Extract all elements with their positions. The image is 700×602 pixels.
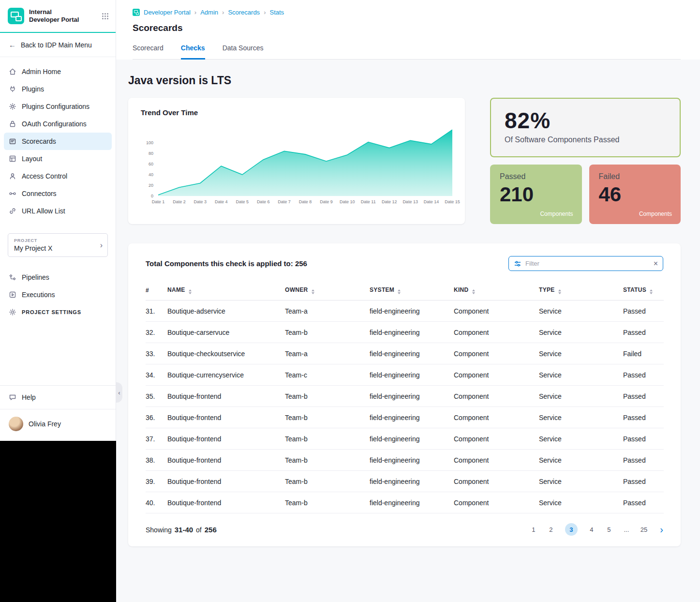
column-header-status[interactable]: STATUS bbox=[623, 282, 664, 301]
pagination-page[interactable]: 1 bbox=[530, 526, 537, 533]
layout-icon bbox=[9, 155, 16, 163]
table-row[interactable]: 35.Boutique-frontendTeam-bfield-engineer… bbox=[146, 386, 664, 407]
gear-icon bbox=[9, 103, 16, 110]
sidebar-item-plugins-configurations[interactable]: Plugins Configurations bbox=[4, 98, 112, 115]
tab-scorecard[interactable]: Scorecard bbox=[133, 44, 164, 59]
pagination-page[interactable]: 2 bbox=[548, 526, 554, 533]
app-grid-icon[interactable] bbox=[102, 13, 109, 20]
column-header-name[interactable]: NAME bbox=[167, 282, 285, 301]
x-tick-label: Date 7 bbox=[278, 199, 291, 204]
sidebar-item-plugins[interactable]: Plugins bbox=[4, 80, 112, 98]
sidebar-item-layout[interactable]: Layout bbox=[4, 150, 112, 167]
table-row[interactable]: 37.Boutique-frontendTeam-bfield-engineer… bbox=[146, 428, 664, 450]
sidebar-item-label: URL Allow List bbox=[22, 207, 65, 215]
table-row[interactable]: 38.Boutique-frontendTeam-bfield-engineer… bbox=[146, 450, 664, 471]
x-tick-label: Date 5 bbox=[236, 199, 249, 204]
tab-data-sources[interactable]: Data Sources bbox=[223, 44, 264, 59]
help-button[interactable]: Help bbox=[0, 385, 116, 409]
breadcrumb-link-scorecards[interactable]: Scorecards bbox=[228, 9, 260, 16]
settings-gear-icon bbox=[9, 308, 16, 316]
table-row[interactable]: 40.Boutique-frontendTeam-bfield-engineer… bbox=[146, 492, 664, 513]
home-icon bbox=[9, 68, 16, 75]
passed-label: Passed bbox=[500, 172, 572, 181]
showing-summary: Showing 31-40 of 256 bbox=[146, 526, 217, 534]
filter-input[interactable] bbox=[525, 260, 650, 267]
user-profile[interactable]: Olivia Frey bbox=[0, 409, 116, 441]
sidebar-item-executions[interactable]: Executions bbox=[4, 286, 112, 303]
sidebar-item-label: Layout bbox=[22, 155, 42, 163]
table-row[interactable]: 31.Boutique-adserviceTeam-afield-enginee… bbox=[146, 301, 664, 322]
pagination-page[interactable]: 3 bbox=[565, 523, 578, 536]
sidebar-item-scorecards[interactable]: Scorecards bbox=[4, 133, 112, 150]
clear-filter-icon[interactable]: × bbox=[654, 260, 658, 268]
column-header-num: # bbox=[146, 282, 167, 301]
x-tick-label: Date 14 bbox=[424, 199, 439, 204]
table-row[interactable]: 33.Boutique-checkoutserviceTeam-afield-e… bbox=[146, 343, 664, 364]
table-row[interactable]: 36.Boutique-frontendTeam-bfield-engineer… bbox=[146, 407, 664, 428]
chart-y-axis: 100806040200 bbox=[141, 129, 158, 196]
passed-caption: Components bbox=[540, 211, 573, 217]
x-tick-label: Date 8 bbox=[299, 199, 312, 204]
score-caption: Of Software Components Passed bbox=[505, 135, 666, 144]
project-selector[interactable]: PROJECT My Project X › bbox=[8, 233, 108, 257]
content: Java version is LTS Trend Over Time 1008… bbox=[116, 60, 700, 566]
back-to-main-menu[interactable]: ← Back to IDP Main Menu bbox=[0, 33, 116, 57]
sidebar-item-admin-home[interactable]: Admin Home bbox=[4, 63, 112, 80]
sort-icon bbox=[312, 289, 314, 294]
back-label: Back to IDP Main Menu bbox=[21, 41, 92, 49]
sidebar-item-label: Admin Home bbox=[22, 68, 61, 75]
breadcrumb-separator: › bbox=[222, 9, 224, 16]
sidebar-collapse-handle[interactable]: ‹ bbox=[116, 382, 122, 403]
sidebar-item-oauth-configurations[interactable]: OAuth Configurations bbox=[4, 115, 112, 133]
help-label: Help bbox=[22, 393, 36, 401]
breadcrumb-link-developer-portal[interactable]: Developer Portal bbox=[144, 9, 191, 16]
column-header-owner[interactable]: OWNER bbox=[285, 282, 370, 301]
breadcrumb-link-stats[interactable]: Stats bbox=[269, 9, 284, 16]
tab-checks[interactable]: Checks bbox=[181, 44, 205, 60]
passed-card: Passed 210 Components bbox=[490, 165, 582, 224]
project-menu: Pipelines Executions PROJECT SETTINGS bbox=[0, 269, 116, 321]
column-header-type[interactable]: TYPE bbox=[539, 282, 623, 301]
table-row[interactable]: 32.Boutique-carservuceTeam-bfield-engine… bbox=[146, 322, 664, 343]
y-tick-label: 40 bbox=[149, 172, 153, 177]
sidebar-item-project-settings[interactable]: PROJECT SETTINGS bbox=[4, 303, 112, 321]
sidebar-item-access-control[interactable]: Access Control bbox=[4, 167, 112, 185]
sidebar-item-label: OAuth Configurations bbox=[22, 120, 87, 128]
table-row[interactable]: 34.Boutique-currencyserviceTeam-cfield-e… bbox=[146, 364, 664, 386]
x-tick-label: Date 13 bbox=[402, 199, 418, 204]
pagination-page[interactable]: 25 bbox=[640, 526, 647, 533]
pagination-page[interactable]: 4 bbox=[588, 526, 595, 533]
column-header-kind[interactable]: KIND bbox=[454, 282, 539, 301]
x-tick-label: Date 9 bbox=[320, 199, 333, 204]
filter-box: × bbox=[508, 256, 663, 271]
x-tick-label: Date 10 bbox=[340, 199, 355, 204]
sidebar-item-connectors[interactable]: Connectors bbox=[4, 185, 112, 202]
column-header-system[interactable]: SYSTEM bbox=[370, 282, 454, 301]
table-row[interactable]: 39.Boutique-frontendTeam-bfield-engineer… bbox=[146, 471, 664, 492]
sidebar-header: Internal Developer Portal bbox=[0, 0, 116, 33]
project-eyebrow: PROJECT bbox=[14, 238, 102, 243]
table-title: Total Components this check is applied t… bbox=[146, 259, 307, 268]
breadcrumb: Developer Portal › Admin › Scorecards › … bbox=[133, 9, 681, 16]
sidebar-item-url-allow-list[interactable]: URL Allow List bbox=[4, 202, 112, 220]
sort-icon bbox=[472, 289, 475, 294]
back-arrow-icon: ← bbox=[9, 41, 16, 49]
sort-icon bbox=[558, 289, 561, 294]
trend-over-time-card: Trend Over Time 100806040200 bbox=[128, 98, 465, 224]
pagination-page[interactable]: 5 bbox=[606, 526, 612, 533]
developer-portal-icon bbox=[133, 9, 140, 16]
pagination-ellipsis: ... bbox=[623, 526, 630, 533]
sidebar-item-label: Pipelines bbox=[22, 273, 49, 281]
lock-icon bbox=[9, 120, 16, 128]
main-area: Developer Portal › Admin › Scorecards › … bbox=[116, 0, 700, 602]
breadcrumb-separator: › bbox=[264, 9, 266, 16]
pagination-next-icon[interactable]: › bbox=[660, 525, 663, 534]
table-header-row: # NAME OWNER SYSTEM KIND TYPE STATUS bbox=[146, 282, 664, 301]
sidebar-item-pipelines[interactable]: Pipelines bbox=[4, 269, 112, 286]
link-icon bbox=[9, 207, 16, 215]
x-tick-label: Date 1 bbox=[152, 199, 165, 204]
brand-name-line1: Internal bbox=[29, 8, 97, 16]
x-tick-label: Date 11 bbox=[361, 199, 376, 204]
breadcrumb-link-admin[interactable]: Admin bbox=[200, 9, 218, 16]
components-table: # NAME OWNER SYSTEM KIND TYPE STATUS 31.… bbox=[146, 282, 664, 513]
